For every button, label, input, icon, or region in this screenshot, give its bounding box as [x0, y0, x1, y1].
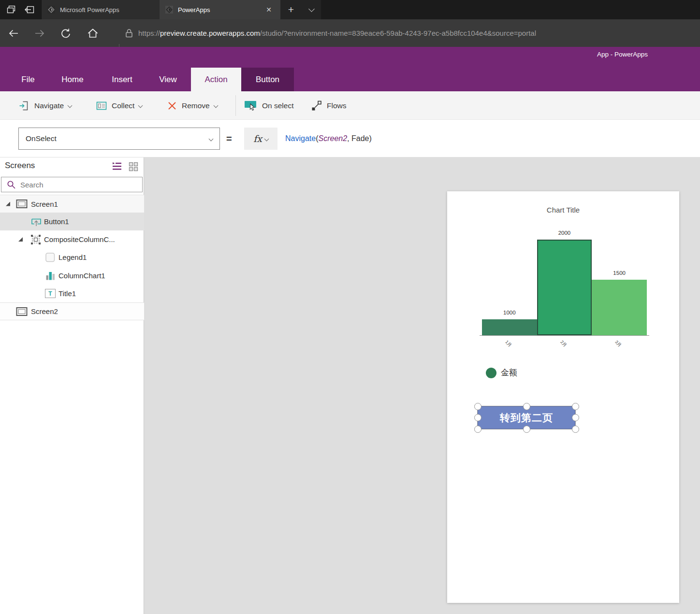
- new-tab-button[interactable]: +: [280, 0, 302, 19]
- on-select-label: On select: [262, 101, 293, 110]
- tab-insert[interactable]: Insert: [104, 68, 140, 91]
- on-select-icon: [244, 100, 258, 112]
- remove-x-icon: [167, 100, 177, 111]
- close-tab-icon[interactable]: ✕: [263, 5, 275, 14]
- button-control-icon: [31, 216, 42, 227]
- app-header: App - PowerApps File Home Insert View Ac…: [0, 47, 700, 91]
- browser-tab-inactive[interactable]: Microsoft PowerApps: [41, 0, 160, 19]
- chart-value-label: 1500: [592, 270, 647, 276]
- browser-navbar: https://preview.create.powerapps.com/stu…: [0, 19, 700, 47]
- screen-icon: [16, 199, 28, 209]
- home-icon[interactable]: [86, 27, 100, 40]
- chart-value-label: 1000: [482, 310, 537, 315]
- back-icon[interactable]: [7, 27, 20, 40]
- tab-title: Microsoft PowerApps: [60, 6, 154, 14]
- tab-action[interactable]: Action: [191, 68, 241, 91]
- legend-control-icon: [45, 252, 56, 263]
- browser-titlebar: Microsoft PowerApps PowerApps ✕ +: [0, 0, 700, 19]
- app-screen1-preview[interactable]: Chart Title 10001月20002月15003月 金额 转到第二页: [447, 191, 679, 603]
- legend-dot: [486, 368, 496, 378]
- chart-bar: [482, 319, 537, 335]
- remove-button[interactable]: Remove: [167, 91, 218, 120]
- fx-label: fx: [253, 133, 262, 144]
- screen-icon: [16, 307, 28, 316]
- lock-icon: [125, 28, 133, 39]
- tab-preview-icon[interactable]: [4, 3, 18, 16]
- powerapps-studio-window: Microsoft PowerApps PowerApps ✕ + https:…: [0, 0, 700, 614]
- on-select-button[interactable]: On select: [244, 91, 293, 120]
- set-tabs-aside-icon[interactable]: [22, 3, 37, 16]
- equals-sign: =: [226, 120, 232, 157]
- tree-item-columnchart1[interactable]: ColumnChart1: [0, 267, 144, 285]
- design-canvas[interactable]: Chart Title 10001月20002月15003月 金额 转到第二页: [144, 157, 700, 614]
- selection-handle-e[interactable]: [572, 414, 579, 421]
- chevron-down-icon: [68, 103, 73, 108]
- selection-handle-se[interactable]: [572, 426, 579, 433]
- chart-value-label: 2000: [537, 230, 592, 236]
- screens-panel-title: Screens: [5, 161, 35, 171]
- selection-handle-s[interactable]: [523, 426, 530, 433]
- ribbon-divider: [235, 95, 236, 116]
- collapse-triangle-icon[interactable]: [18, 237, 23, 242]
- collect-icon: [96, 100, 107, 112]
- chart-title-control[interactable]: Chart Title: [447, 206, 679, 214]
- list-view-icon[interactable]: [111, 161, 123, 172]
- tab-title: PowerApps: [178, 6, 263, 14]
- screens-search[interactable]: [1, 177, 143, 192]
- formula-bar: OnSelect = fx Navigate ( Screen2 , Fade): [0, 120, 700, 157]
- search-input[interactable]: [20, 181, 137, 189]
- forward-icon[interactable]: [33, 27, 46, 40]
- selection-handle-n[interactable]: [523, 403, 530, 410]
- powerapps-logo-icon: [165, 6, 173, 14]
- selection-handle-sw[interactable]: [474, 426, 481, 433]
- legend-label: 金额: [501, 367, 517, 378]
- selection-handle-nw[interactable]: [474, 403, 481, 410]
- tab-file[interactable]: File: [14, 68, 43, 91]
- tree-item-button1[interactable]: Button1: [0, 213, 144, 230]
- flows-icon: [311, 100, 322, 112]
- collect-button[interactable]: Collect: [96, 91, 142, 120]
- group-control-icon: [30, 234, 41, 245]
- chevron-down-icon: [209, 136, 214, 141]
- tab-view[interactable]: View: [152, 68, 184, 91]
- chart-category-label: 1月: [504, 339, 513, 348]
- formula-args: , Fade): [347, 134, 372, 143]
- column-chart-plot[interactable]: 10001月20002月15003月: [480, 236, 649, 336]
- powerapps-logo-icon: [47, 6, 55, 14]
- tab-button-contextual[interactable]: Button: [241, 68, 294, 91]
- chart-bar: [592, 280, 647, 335]
- refresh-icon[interactable]: [59, 27, 73, 40]
- column-chart-control-icon: [45, 271, 56, 281]
- flows-label: Flows: [327, 101, 346, 110]
- flows-button[interactable]: Flows: [311, 91, 346, 120]
- browser-tab-active[interactable]: PowerApps ✕: [160, 0, 280, 19]
- selection-handle-w[interactable]: [474, 414, 481, 421]
- grid-view-icon[interactable]: [128, 161, 139, 172]
- navigate-button[interactable]: Navigate: [18, 91, 72, 120]
- tree-item-screen2[interactable]: Screen2: [0, 302, 144, 320]
- remove-label: Remove: [182, 101, 210, 110]
- tab-list-chevron-icon[interactable]: [302, 0, 321, 19]
- chart-legend[interactable]: 金额: [486, 367, 517, 378]
- collapse-triangle-icon[interactable]: [6, 202, 10, 206]
- chart-bar: [537, 240, 592, 335]
- chevron-down-icon: [138, 103, 143, 108]
- ribbon: Navigate Collect Remove On select Flows: [0, 91, 700, 120]
- navigate-page-icon: [18, 100, 30, 112]
- chart-category-label: 3月: [613, 339, 623, 348]
- collect-label: Collect: [112, 101, 134, 110]
- navigate-label: Navigate: [34, 101, 64, 110]
- tree-item-legend1[interactable]: Legend1: [0, 248, 144, 266]
- chart-category-label: 2月: [558, 339, 568, 348]
- property-dropdown[interactable]: OnSelect: [18, 128, 220, 150]
- tab-home[interactable]: Home: [53, 68, 92, 91]
- tree-item-composite-column-chart[interactable]: CompositeColumnC...: [0, 230, 144, 248]
- formula-screen-ref: Screen2: [318, 134, 347, 143]
- tree-item-screen1[interactable]: Screen1: [0, 195, 144, 213]
- formula-input[interactable]: Navigate ( Screen2 , Fade): [285, 120, 372, 157]
- chevron-down-icon: [213, 103, 218, 108]
- tree-item-title1[interactable]: T Title1: [0, 285, 144, 302]
- address-bar[interactable]: https://preview.create.powerapps.com/stu…: [125, 19, 536, 47]
- selection-handle-ne[interactable]: [572, 403, 579, 410]
- fx-dropdown[interactable]: fx: [244, 128, 277, 150]
